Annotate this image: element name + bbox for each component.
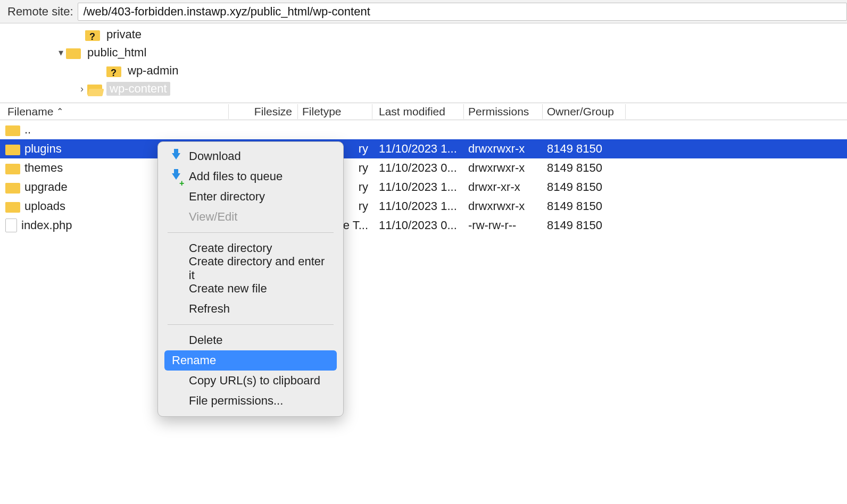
file-list-header: Filename ⌃ Filesize Filetype Last modifi… [0,103,847,120]
list-row-themes[interactable]: themes ry 11/10/2023 0... drwxrwxr-x 814… [0,158,847,178]
menu-rename[interactable]: Rename [164,350,337,371]
menu-separator [168,232,334,233]
list-row-upgrade[interactable]: upgrade ry 11/10/2023 1... drwxr-xr-x 81… [0,178,847,197]
tree-item-label: public_html [85,46,146,60]
file-list[interactable]: .. plugins ry 11/10/2023 1... drwxrwxr-x… [0,120,847,235]
remote-path-input[interactable] [78,3,848,21]
col-owner-group[interactable]: Owner/Group [543,104,626,119]
folder-icon [5,145,20,155]
menu-download[interactable]: Download [161,146,340,166]
menu-enter-directory[interactable]: Enter directory [161,187,340,207]
list-row-uploads[interactable]: uploads ry 11/10/2023 1... drwxrwxr-x 81… [0,197,847,216]
remote-tree[interactable]: private ▾ public_html wp-admin › wp-cont… [0,23,847,103]
expander-collapse-icon[interactable]: ▾ [55,47,66,58]
menu-separator [168,324,334,325]
tree-item-label: wp-admin [126,64,178,78]
list-row-parent[interactable]: .. [0,120,847,139]
tree-item-private[interactable]: private [0,26,847,44]
col-filetype[interactable]: Filetype [298,104,372,119]
expander-expand-icon[interactable]: › [77,83,87,95]
folder-icon [66,48,81,59]
file-icon [5,219,17,232]
col-filename[interactable]: Filename ⌃ [0,104,229,119]
folder-icon [5,125,20,136]
remote-site-label: Remote site: [7,5,73,19]
folder-icon [5,183,20,194]
col-filesize[interactable]: Filesize [229,104,298,119]
list-row-plugins[interactable]: plugins ry 11/10/2023 1... drwxrwxr-x 81… [0,139,847,158]
sort-asc-icon: ⌃ [56,106,63,116]
menu-view-edit: View/Edit [161,207,340,227]
menu-delete[interactable]: Delete [161,330,340,350]
folder-unknown-icon [85,30,100,41]
col-last-modified[interactable]: Last modified [372,104,464,119]
context-menu: Download Add files to queue Enter direct… [157,141,344,417]
folder-icon [5,164,20,174]
remote-path-bar: Remote site: [0,0,847,23]
list-row-index-php[interactable]: index.php e T... 11/10/2023 0... -rw-rw-… [0,216,847,235]
col-permissions[interactable]: Permissions [464,104,543,119]
folder-unknown-icon [106,66,121,77]
folder-icon [5,202,20,213]
tree-item-label: private [104,28,142,41]
menu-create-directory-enter[interactable]: Create directory and enter it [161,258,340,279]
menu-add-files-to-queue[interactable]: Add files to queue [161,166,340,187]
menu-refresh[interactable]: Refresh [161,299,340,319]
folder-open-icon [87,85,102,95]
tree-item-public-html[interactable]: ▾ public_html [0,44,847,62]
download-icon [169,153,184,159]
tree-item-wp-content[interactable]: › wp-content [0,80,847,98]
tree-item-wp-admin[interactable]: wp-admin [0,62,847,80]
menu-file-permissions[interactable]: File permissions... [161,391,340,411]
download-queue-icon [169,173,184,180]
tree-item-label: wp-content [106,82,170,96]
menu-copy-url[interactable]: Copy URL(s) to clipboard [161,371,340,391]
